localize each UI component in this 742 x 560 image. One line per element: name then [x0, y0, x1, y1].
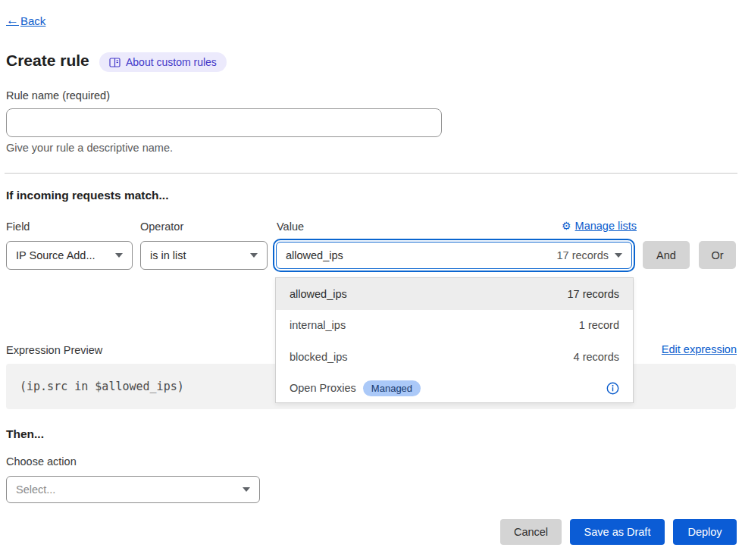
expression-preview-label: Expression Preview: [6, 344, 102, 356]
managed-badge: Managed: [363, 380, 421, 396]
operator-label: Operator: [140, 221, 183, 233]
list-name: Open Proxies: [290, 382, 356, 394]
chevron-down-icon: [115, 253, 123, 258]
rule-name-helper: Give your rule a descriptive name.: [6, 142, 173, 154]
cancel-button[interactable]: Cancel: [500, 519, 562, 545]
rule-name-input[interactable]: [6, 108, 442, 137]
book-icon: [109, 58, 121, 67]
list-record-count: 4 records: [574, 351, 619, 363]
list-name: blocked_ips: [290, 351, 348, 363]
dropdown-item-blocked-ips[interactable]: blocked_ips 4 records: [276, 341, 633, 373]
about-badge-label: About custom rules: [126, 56, 217, 68]
chevron-down-icon: [250, 253, 258, 258]
save-as-draft-button[interactable]: Save as Draft: [570, 519, 665, 545]
dropdown-item-internal-ips[interactable]: internal_ips 1 record: [276, 310, 633, 342]
value-select-meta: 17 records: [556, 249, 609, 261]
rule-name-label: Rule name (required): [6, 89, 110, 102]
deploy-button[interactable]: Deploy: [673, 519, 737, 545]
expression-code: (ip.src in $allowed_ips): [20, 380, 184, 393]
gear-icon: ⚙: [562, 220, 571, 232]
value-select-value: allowed_ips: [286, 249, 343, 261]
and-button[interactable]: And: [643, 241, 690, 269]
choose-action-label: Choose action: [6, 455, 77, 468]
manage-lists-label: Manage lists: [575, 220, 637, 232]
list-name: allowed_ips: [290, 288, 347, 300]
dropdown-item-open-proxies[interactable]: Open Proxies Managed: [276, 373, 633, 405]
list-record-count: 17 records: [567, 288, 619, 300]
value-label: Value: [277, 221, 304, 233]
back-link[interactable]: ←Back: [6, 13, 45, 28]
list-name: internal_ips: [290, 319, 346, 331]
chevron-down-icon: [243, 487, 250, 492]
chevron-down-icon: [615, 253, 622, 258]
field-label: Field: [6, 221, 30, 233]
back-label: Back: [20, 14, 45, 27]
value-select[interactable]: allowed_ips 17 records: [273, 239, 635, 272]
operator-select[interactable]: is in list: [140, 241, 268, 270]
edit-expression-link[interactable]: Edit expression: [662, 343, 737, 355]
match-section-heading: If incoming requests match...: [6, 189, 168, 202]
action-select[interactable]: Select...: [6, 476, 260, 503]
or-button[interactable]: Or: [699, 241, 736, 269]
back-arrow-icon: ←: [6, 13, 19, 28]
about-custom-rules-badge[interactable]: About custom rules: [99, 52, 227, 72]
dropdown-item-allowed-ips[interactable]: allowed_ips 17 records: [276, 278, 633, 310]
list-record-count: 1 record: [579, 319, 619, 331]
manage-lists-link[interactable]: ⚙ Manage lists: [562, 220, 637, 232]
create-rule-page: ←Back Create rule About custom rules Rul…: [0, 0, 742, 560]
field-select-value: IP Source Add...: [16, 249, 95, 261]
field-select[interactable]: IP Source Add...: [6, 241, 133, 270]
then-section-heading: Then...: [6, 427, 44, 441]
info-icon[interactable]: [606, 382, 619, 395]
operator-select-value: is in list: [150, 249, 186, 261]
page-title: Create rule: [6, 52, 89, 70]
list-dropdown: allowed_ips 17 records internal_ips 1 re…: [275, 277, 634, 403]
section-divider: [5, 173, 737, 174]
action-select-placeholder: Select...: [16, 483, 55, 496]
